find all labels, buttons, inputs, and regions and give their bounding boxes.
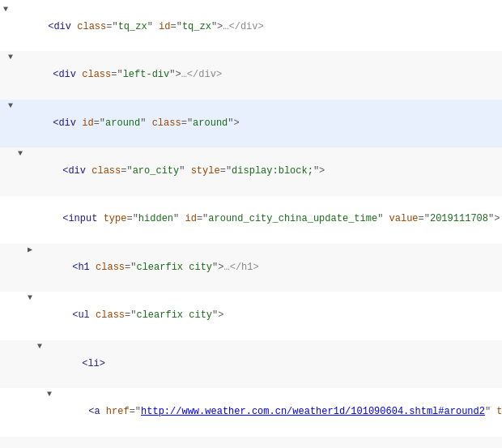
- line-3: <div id="around" class="around">: [0, 100, 502, 147]
- arrow-3[interactable]: [8, 100, 16, 113]
- line-5: <input type="hidden" id="around_city_chi…: [0, 196, 502, 244]
- arrow-4[interactable]: [18, 147, 26, 161]
- line-10: "_blank">…</a>: [0, 437, 502, 448]
- line-2: <div class="left-div">…</div>: [0, 51, 502, 99]
- line-7: <ul class="clearfix city">: [0, 292, 502, 339]
- line-8: <li>: [0, 340, 502, 388]
- line-6: <h1 class="clearfix city">…</h1>: [0, 244, 502, 292]
- arrow-9[interactable]: [47, 388, 52, 402]
- arrow-7[interactable]: [28, 292, 36, 305]
- line-4: <div class="aro_city" style="display:blo…: [0, 147, 502, 195]
- arrow-1[interactable]: [3, 3, 11, 17]
- code-view: <div class="tq_zx" id="tq_zx">…</div> <d…: [0, 0, 502, 448]
- arrow-2[interactable]: [8, 51, 16, 65]
- line-9: <a href="http://www.weather.com.cn/weath…: [0, 388, 502, 436]
- arrow-8[interactable]: [37, 340, 45, 354]
- arrow-6[interactable]: [28, 244, 36, 258]
- line-1: <div class="tq_zx" id="tq_zx">…</div>: [0, 3, 502, 51]
